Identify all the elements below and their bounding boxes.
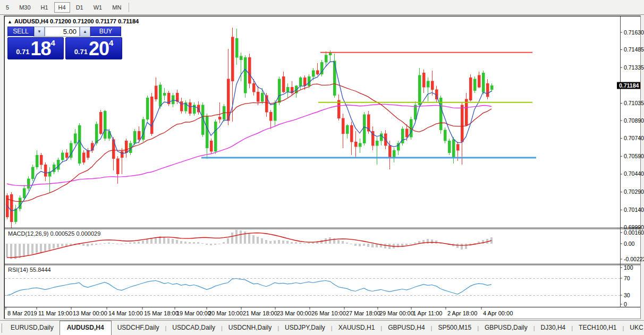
symbol-tab-bar: EURUSD,DailyAUDUSD,H4USDCHF,Daily|USDCAD…: [0, 320, 644, 335]
svg-text:0.71630: 0.71630: [624, 29, 644, 36]
timeframe-h4[interactable]: H4: [54, 2, 70, 13]
tab-gbpusd-daily[interactable]: GBPUSD,Daily: [479, 321, 533, 335]
buy-price[interactable]: 0.71 20 4: [65, 37, 122, 59]
tab-gbpusd-h4[interactable]: GBPUSD,H4: [382, 321, 430, 335]
svg-text:23 Mar 00:00: 23 Mar 00:00: [277, 310, 311, 316]
tab-eurusd-daily[interactable]: EURUSD,Daily: [5, 321, 60, 335]
sell-price-pipette: 4: [51, 40, 55, 46]
svg-text:20 Mar 10:00: 20 Mar 10:00: [208, 310, 243, 316]
timeframe-d1[interactable]: D1: [72, 2, 88, 13]
svg-text:0.71184: 0.71184: [619, 82, 639, 89]
svg-text:-0.002235: -0.002235: [624, 256, 644, 262]
volume-increase-button[interactable]: ▲: [80, 27, 90, 37]
timeframe-h1[interactable]: H1: [37, 2, 53, 13]
svg-text:0.71335: 0.71335: [624, 64, 644, 71]
svg-text:0.70740: 0.70740: [624, 135, 644, 141]
sell-price-prefix: 0.71: [16, 47, 29, 57]
svg-text:0.71035: 0.71035: [624, 100, 644, 106]
chart-symbol: AUDUSD,H4: [14, 18, 48, 24]
svg-text:0.71485: 0.71485: [624, 46, 644, 53]
tab-xauusd-h1[interactable]: XAUUSD,H1: [333, 321, 381, 335]
svg-text:8 Mar 2019: 8 Mar 2019: [7, 310, 37, 316]
svg-text:30: 30: [624, 292, 630, 298]
svg-text:27 Mar 18:00: 27 Mar 18:00: [346, 310, 380, 316]
svg-text:1 Apr 11:00: 1 Apr 11:00: [413, 310, 442, 316]
toolbar-separator: [129, 3, 129, 12]
svg-text:0.70140: 0.70140: [624, 207, 644, 213]
svg-text:4 Apr 00:00: 4 Apr 00:00: [483, 310, 513, 316]
svg-text:0.70440: 0.70440: [624, 170, 644, 177]
svg-text:0.001605: 0.001605: [624, 229, 644, 236]
svg-text:70: 70: [624, 275, 630, 281]
timeframe-m30[interactable]: M30: [15, 2, 35, 13]
tab-sp500-m15[interactable]: SP500,M15: [432, 321, 477, 335]
svg-text:2 Apr 18:00: 2 Apr 18:00: [447, 310, 477, 316]
svg-text:26 Mar 10:00: 26 Mar 10:00: [311, 310, 346, 316]
one-click-trade-widget: SELL ▼ 5.00 ▲ BUY 0.71 18 4 0.71 20 4: [7, 27, 122, 59]
sell-button[interactable]: SELL: [7, 27, 34, 37]
svg-text:15 Mar 18:00: 15 Mar 18:00: [144, 310, 179, 316]
tab-usdchf-daily[interactable]: USDCHF,Daily: [112, 321, 165, 335]
svg-text:14 Mar 10:00: 14 Mar 10:00: [108, 310, 143, 316]
timeframe-5[interactable]: 5: [2, 2, 13, 13]
price-chart[interactable]: 0.716300.714850.713350.710350.708900.707…: [5, 16, 640, 319]
svg-text:0: 0: [624, 301, 627, 307]
svg-text:21 Mar 18:00: 21 Mar 18:00: [243, 310, 277, 316]
tab-usdcad-daily[interactable]: USDCAD,Daily: [166, 321, 221, 335]
timeframe-toolbar: 5M30H1H4D1W1MN: [0, 0, 644, 15]
timeframe-mn[interactable]: MN: [108, 2, 125, 13]
chart-window[interactable]: 0.716300.714850.713350.710350.708900.707…: [4, 16, 640, 319]
buy-price-big: 20: [89, 40, 109, 57]
volume-input[interactable]: 5.00: [45, 27, 80, 37]
collapse-arrow-icon[interactable]: ▲: [7, 19, 12, 24]
buy-price-prefix: 0.71: [74, 47, 88, 57]
svg-text:100: 100: [624, 264, 633, 271]
svg-text:0.70590: 0.70590: [624, 153, 644, 159]
volume-decrease-button[interactable]: ▼: [34, 27, 45, 37]
timeframe-w1[interactable]: W1: [89, 2, 107, 13]
svg-text:11 Mar 19:00: 11 Mar 19:00: [38, 310, 72, 316]
tab-usdcnh-daily[interactable]: USDCNH,Daily: [223, 321, 277, 335]
sell-price-big: 18: [30, 40, 50, 57]
tab-tech100-h1[interactable]: TECH100,H1: [573, 321, 622, 335]
buy-button[interactable]: BUY: [90, 27, 121, 37]
svg-text:13 Mar 00:00: 13 Mar 00:00: [73, 310, 107, 316]
sell-price[interactable]: 0.71 18 4: [7, 37, 64, 59]
tabbar-grip: [2, 323, 3, 333]
svg-text:0.70290: 0.70290: [624, 188, 644, 195]
svg-text:0.70890: 0.70890: [624, 117, 644, 124]
chart-title: ▲AUDUSD,H40.71200 0.71200 0.71177 0.7118…: [7, 18, 140, 24]
tab-usdjpy-daily[interactable]: USDJPY,Daily: [279, 321, 331, 335]
buy-price-pipette: 4: [109, 40, 113, 46]
svg-text:0.00: 0.00: [624, 240, 635, 247]
svg-text:19 Mar 00:00: 19 Mar 00:00: [176, 310, 211, 316]
chart-ohlc: 0.71200 0.71200 0.71177 0.71184: [50, 18, 139, 24]
tab-audusd-h4[interactable]: AUDUSD,H4: [60, 321, 112, 335]
tab-ukc[interactable]: UKC: [624, 321, 644, 335]
svg-text:29 Mar 00:00: 29 Mar 00:00: [379, 310, 414, 316]
tab-dj30-h4[interactable]: DJ30,H4: [535, 321, 572, 335]
